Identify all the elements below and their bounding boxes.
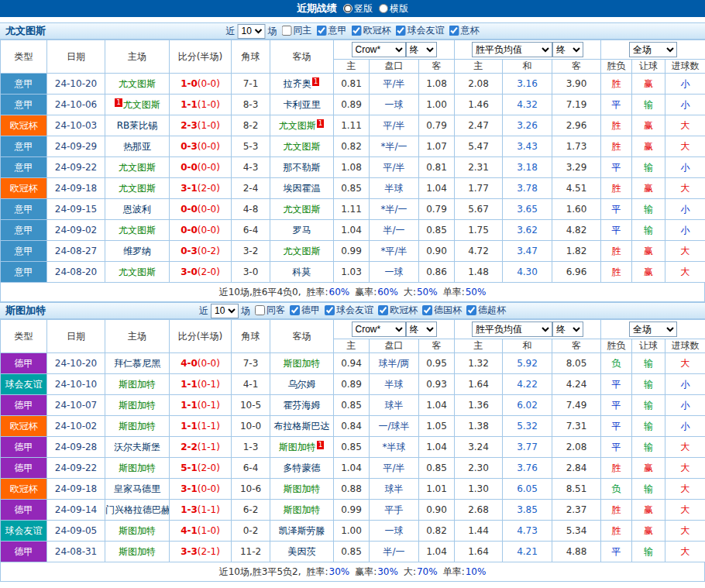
corner-cell: 10-0 — [232, 416, 270, 437]
wdl-final-select[interactable]: 终 — [552, 42, 583, 57]
sub-lose: 客 — [552, 339, 601, 353]
team-link[interactable]: 卡利亚里 — [284, 99, 321, 110]
lose-odds: 6.96 — [552, 262, 601, 283]
filter-checkbox[interactable] — [255, 305, 265, 315]
wdl-select[interactable]: 胜平负均值 — [472, 42, 552, 57]
filter-checkbox[interactable] — [422, 305, 432, 315]
filter-德甲[interactable]: 德甲 — [290, 304, 320, 317]
team-link[interactable]: 乌尔姆 — [288, 379, 316, 390]
win-odds: 1.64 — [455, 374, 503, 395]
scope-select[interactable]: 全场 — [629, 42, 677, 57]
home-handicap-odds: 0.94 — [334, 353, 370, 374]
team-link[interactable]: 多特蒙德 — [284, 462, 321, 473]
filter-checkbox[interactable] — [449, 26, 459, 36]
filter-同主[interactable]: 同主 — [282, 24, 312, 37]
filter-意甲[interactable]: 意甲 — [317, 24, 347, 37]
filter-checkbox[interactable] — [396, 26, 406, 36]
team-link[interactable]: 斯图加特 — [284, 483, 321, 494]
vertical-radio[interactable] — [343, 4, 352, 13]
team-link[interactable]: 科莫 — [293, 266, 311, 277]
team-link[interactable]: 拜仁慕尼黑 — [114, 358, 160, 369]
team-link[interactable]: 凯泽斯劳滕 — [279, 525, 325, 536]
win-odds: 1.46 — [455, 95, 503, 115]
team-link[interactable]: 斯图加特 — [279, 442, 316, 452]
team-link[interactable]: 维罗纳 — [123, 246, 151, 256]
team-link[interactable]: 尤文图斯 — [119, 78, 156, 89]
filter-checkbox[interactable] — [290, 305, 300, 315]
sub-home: 主 — [334, 60, 370, 74]
team-link[interactable]: 霍芬海姆 — [284, 400, 321, 411]
draw-odds: 3.26 — [503, 115, 552, 136]
team-link[interactable]: 美因茨 — [288, 546, 316, 557]
team-link[interactable]: 斯图加特 — [119, 525, 156, 536]
handicap-result-cell: 输 — [632, 199, 665, 220]
team-link[interactable]: 罗马 — [293, 225, 311, 236]
filter-checkbox[interactable] — [378, 305, 388, 315]
team-link[interactable]: 尤文图斯 — [119, 266, 156, 277]
filter-checkbox[interactable] — [317, 26, 327, 36]
match-date: 24-10-10 — [47, 374, 105, 395]
team-link[interactable]: RB莱比锡 — [117, 120, 158, 131]
team-link[interactable]: 斯图加特 — [119, 462, 156, 473]
corner-cell: 0-2 — [232, 521, 270, 542]
filter-checkbox[interactable] — [466, 305, 476, 315]
layout-horizontal-option[interactable]: 横版 — [379, 2, 408, 15]
team-link[interactable]: 沃尔夫斯堡 — [114, 442, 160, 452]
match-count-select[interactable]: 10 — [211, 304, 239, 318]
layout-vertical-option[interactable]: 竖版 — [343, 2, 373, 15]
team-link[interactable]: 门兴格拉德巴赫 — [105, 504, 170, 515]
odds-final-select[interactable]: 终 — [406, 322, 437, 337]
team-link[interactable]: 斯图加特 — [119, 379, 156, 390]
match-count-select[interactable]: 10 — [238, 24, 266, 39]
odds-company-select[interactable]: Crow* — [352, 42, 406, 57]
team-link[interactable]: 尤文图斯 — [123, 99, 160, 110]
filter-欧冠杯[interactable]: 欧冠杯 — [352, 24, 391, 37]
team-link[interactable]: 尤文图斯 — [119, 162, 156, 173]
team-link[interactable]: 那不勒斯 — [284, 162, 321, 173]
filter-德国杯[interactable]: 德国杯 — [422, 304, 462, 317]
team-link[interactable]: 恩波利 — [123, 204, 151, 215]
fulltime-score: 4-1 — [181, 525, 198, 536]
team-link[interactable]: 埃因霍温 — [284, 183, 321, 194]
wdl-final-select[interactable]: 终 — [552, 322, 583, 337]
team-link[interactable]: 尤文图斯 — [279, 120, 316, 131]
team-link[interactable]: 斯图加特 — [119, 546, 156, 557]
away-handicap-odds: 1.04 — [419, 395, 455, 416]
filter-checkbox[interactable] — [282, 26, 292, 36]
scope-select[interactable]: 全场 — [629, 322, 677, 337]
team-link[interactable]: 布拉格斯巴达 — [274, 421, 330, 432]
team-link[interactable]: 斯图加特 — [119, 421, 156, 432]
team-link[interactable]: 尤文图斯 — [119, 183, 156, 194]
filter-意杯[interactable]: 意杯 — [449, 24, 480, 37]
filter-欧冠杯[interactable]: 欧冠杯 — [378, 304, 418, 317]
filter-球会友谊[interactable]: 球会友谊 — [396, 24, 445, 37]
team-link[interactable]: 斯图加特 — [284, 504, 321, 515]
team-link[interactable]: 皇家马德里 — [114, 483, 160, 494]
team-link[interactable]: 尤文图斯 — [119, 225, 156, 236]
team-link[interactable]: 尤文图斯 — [284, 246, 321, 256]
team-link[interactable]: 斯图加特 — [119, 400, 156, 411]
stat: 胜率:30% — [306, 566, 349, 579]
filter-德超杯[interactable]: 德超杯 — [466, 304, 506, 317]
result-cell: 平 — [601, 395, 632, 416]
team-link[interactable]: 拉齐奥 — [284, 78, 311, 89]
filter-checkbox[interactable] — [352, 26, 362, 36]
filter-球会友谊[interactable]: 球会友谊 — [325, 304, 373, 317]
odds-final-select[interactable]: 终 — [406, 42, 437, 57]
odds-company-select[interactable]: Crow* — [352, 322, 406, 337]
team-link[interactable]: 热那亚 — [123, 141, 151, 152]
team-link[interactable]: 尤文图斯 — [284, 204, 321, 215]
filter-checkbox[interactable] — [325, 305, 335, 315]
match-date: 24-09-18 — [47, 479, 105, 500]
lose-odds: 4.88 — [552, 542, 601, 562]
horizontal-radio[interactable] — [379, 4, 388, 13]
home-team-cell: 皇家马德里 — [105, 479, 170, 500]
team-link[interactable]: 尤文图斯 — [284, 141, 321, 152]
wdl-select[interactable]: 胜平负均值 — [472, 322, 552, 337]
stat: 赢率:60% — [355, 286, 398, 299]
handicap-line: *半球 — [370, 437, 419, 458]
filter-同客[interactable]: 同客 — [255, 304, 285, 317]
win-odds: 4.72 — [455, 241, 503, 262]
team-link[interactable]: 斯图加特 — [284, 358, 321, 369]
away-handicap-odds: 0.85 — [419, 220, 455, 241]
